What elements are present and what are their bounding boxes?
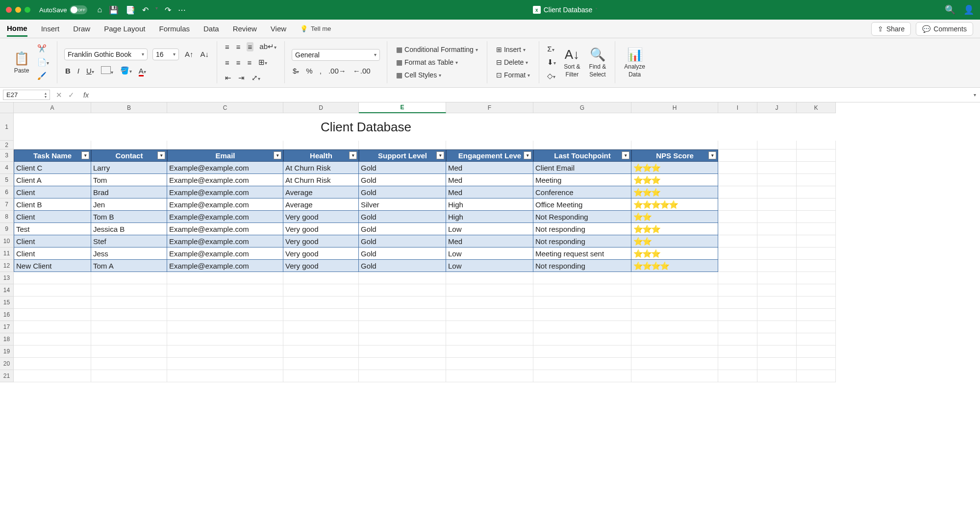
empty-cell[interactable] — [797, 248, 836, 260]
empty-cell[interactable] — [167, 370, 283, 382]
empty-cell[interactable] — [757, 272, 797, 284]
increase-font-icon[interactable]: A↑ — [184, 49, 195, 59]
select-all-corner[interactable] — [0, 102, 14, 113]
table-cell[interactable]: Example@example.com — [167, 248, 283, 260]
tab-insert[interactable]: Insert — [41, 22, 60, 36]
fill-icon[interactable]: ⬇▾ — [546, 57, 557, 68]
column-header[interactable]: G — [533, 102, 631, 113]
table-cell[interactable]: Jessica B — [91, 223, 167, 235]
empty-cell[interactable] — [757, 113, 797, 141]
empty-cell[interactable] — [167, 321, 283, 333]
empty-cell[interactable] — [797, 370, 836, 382]
empty-cell[interactable] — [446, 284, 533, 297]
table-cell[interactable]: Gold — [359, 235, 446, 248]
empty-cell[interactable] — [359, 297, 446, 309]
table-cell[interactable]: Office Meeting — [533, 198, 631, 211]
empty-cell[interactable] — [283, 272, 359, 284]
font-name-select[interactable]: Franklin Gothic Book▾ — [64, 49, 148, 60]
empty-cell[interactable] — [14, 321, 91, 333]
empty-cell[interactable] — [91, 272, 167, 284]
empty-cell[interactable] — [797, 149, 836, 162]
row-header[interactable]: 12 — [0, 260, 14, 272]
row-header[interactable]: 7 — [0, 198, 14, 211]
empty-cell[interactable] — [631, 370, 718, 382]
empty-cell[interactable] — [533, 358, 631, 370]
insert-cells-button[interactable]: ⊞ Insert ▾ — [494, 45, 532, 54]
row-header[interactable]: 5 — [0, 174, 14, 186]
table-header[interactable]: Contact▾ — [91, 149, 167, 162]
empty-cell[interactable] — [359, 272, 446, 284]
empty-cell[interactable] — [718, 333, 757, 346]
title-menu-icon[interactable]: ˅ — [595, 7, 598, 13]
cancel-formula-icon[interactable]: ✕ — [56, 91, 62, 99]
row-header[interactable]: 14 — [0, 284, 14, 297]
tab-review[interactable]: Review — [233, 22, 257, 36]
empty-cell[interactable] — [283, 309, 359, 321]
empty-cell[interactable] — [718, 346, 757, 358]
empty-cell[interactable] — [718, 358, 757, 370]
column-header[interactable]: D — [283, 102, 359, 113]
row-header[interactable]: 20 — [0, 358, 14, 370]
empty-cell[interactable] — [757, 309, 797, 321]
find-select-button[interactable]: 🔍Find &Select — [587, 46, 608, 79]
empty-cell[interactable] — [797, 358, 836, 370]
empty-cell[interactable] — [718, 248, 757, 260]
empty-cell[interactable] — [283, 297, 359, 309]
filter-dropdown-icon[interactable]: ▾ — [708, 151, 716, 159]
table-cell[interactable]: Med — [446, 186, 533, 198]
empty-cell[interactable] — [533, 346, 631, 358]
table-cell[interactable]: At Churn Risk — [283, 162, 359, 174]
table-cell[interactable]: High — [446, 211, 533, 223]
table-cell[interactable]: Client A — [14, 174, 91, 186]
align-bottom-icon[interactable]: ≡ — [247, 42, 254, 51]
empty-cell[interactable] — [631, 297, 718, 309]
table-header[interactable]: Task Name▾ — [14, 149, 91, 162]
empty-cell[interactable] — [446, 333, 533, 346]
empty-cell[interactable] — [797, 309, 836, 321]
empty-cell[interactable] — [446, 358, 533, 370]
table-cell[interactable]: Gold — [359, 162, 446, 174]
empty-cell[interactable] — [757, 297, 797, 309]
empty-cell[interactable] — [91, 297, 167, 309]
filter-dropdown-icon[interactable]: ▾ — [349, 151, 357, 159]
maximize-window-icon[interactable] — [25, 7, 30, 13]
tab-data[interactable]: Data — [203, 22, 219, 36]
table-header[interactable]: Health▾ — [283, 149, 359, 162]
table-cell[interactable]: Example@example.com — [167, 198, 283, 211]
row-header[interactable]: 16 — [0, 309, 14, 321]
undo-menu-icon[interactable]: ▾ — [155, 5, 158, 15]
empty-cell[interactable] — [631, 272, 718, 284]
empty-cell[interactable] — [14, 284, 91, 297]
table-cell[interactable]: Low — [446, 223, 533, 235]
table-cell[interactable]: Average — [283, 198, 359, 211]
empty-cell[interactable] — [533, 284, 631, 297]
row-header[interactable]: 2 — [0, 141, 14, 149]
empty-cell[interactable] — [718, 211, 757, 223]
table-cell[interactable]: Gold — [359, 260, 446, 272]
empty-cell[interactable] — [446, 321, 533, 333]
fx-icon[interactable]: fx — [80, 91, 92, 99]
empty-cell[interactable] — [757, 235, 797, 248]
empty-cell[interactable] — [718, 309, 757, 321]
column-header[interactable]: B — [91, 102, 167, 113]
empty-cell[interactable] — [283, 321, 359, 333]
empty-cell[interactable] — [757, 141, 797, 149]
empty-cell[interactable] — [631, 309, 718, 321]
empty-cell[interactable] — [533, 141, 631, 149]
empty-cell[interactable] — [718, 284, 757, 297]
empty-cell[interactable] — [359, 309, 446, 321]
table-cell[interactable]: New Client — [14, 260, 91, 272]
empty-cell[interactable] — [631, 333, 718, 346]
align-center-icon[interactable]: ≡ — [235, 57, 242, 68]
worksheet[interactable]: ABCDEFGHIJK1Client Database23Task Name▾C… — [0, 102, 980, 382]
comments-button[interactable]: 💬Comments — [916, 22, 973, 36]
table-cell[interactable]: Example@example.com — [167, 260, 283, 272]
table-header[interactable]: Email▾ — [167, 149, 283, 162]
empty-cell[interactable] — [283, 370, 359, 382]
table-cell[interactable]: Very good — [283, 211, 359, 223]
copy-icon[interactable]: 📄▾ — [36, 57, 50, 68]
table-cell[interactable]: Gold — [359, 223, 446, 235]
empty-cell[interactable] — [283, 346, 359, 358]
empty-cell[interactable] — [797, 333, 836, 346]
empty-cell[interactable] — [91, 284, 167, 297]
